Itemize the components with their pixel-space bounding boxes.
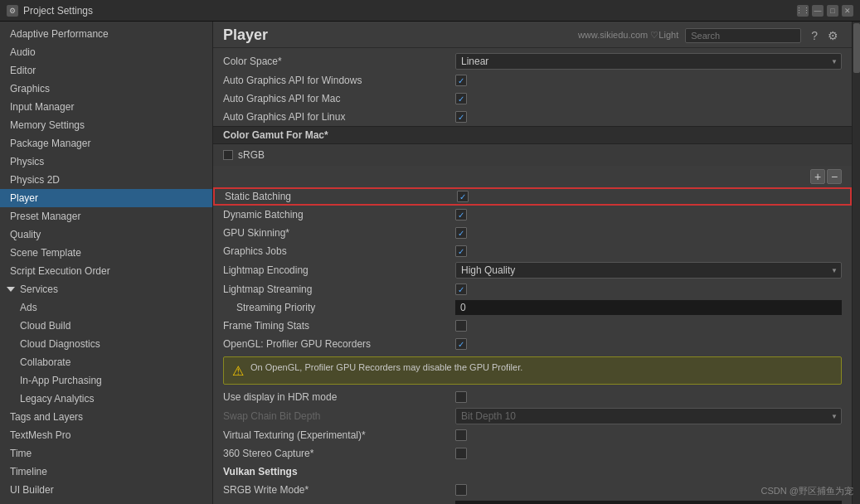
- lightmap-streaming-checkbox[interactable]: [455, 284, 467, 295]
- lightmap-encoding-value[interactable]: High Quality: [455, 262, 842, 279]
- remove-button[interactable]: −: [827, 169, 842, 184]
- close-button[interactable]: ✕: [842, 5, 853, 17]
- opengl-profiler-checkbox[interactable]: [455, 338, 467, 350]
- sidebar-item-legacy-analytics[interactable]: Legacy Analytics: [0, 390, 212, 408]
- warning-box: ⚠ On OpenGL, Profiler GPU Recorders may …: [223, 356, 842, 385]
- sidebar-item-memory-settings[interactable]: Memory Settings: [0, 116, 212, 134]
- lightmap-streaming-value: [455, 284, 842, 295]
- virtual-texturing-checkbox[interactable]: [455, 429, 467, 441]
- sidebar-item-ui-builder[interactable]: UI Builder: [0, 481, 212, 499]
- sidebar-item-textmesh-pro[interactable]: TextMesh Pro: [0, 426, 212, 444]
- csdn-watermark: CSDN @野区捕鱼为宠: [761, 485, 853, 497]
- srgb-label: sRGB: [223, 146, 842, 164]
- sidebar-item-timeline[interactable]: Timeline: [0, 463, 212, 481]
- color-gamut-header: Color Gamut For Mac*: [213, 126, 852, 144]
- dynamic-batching-checkbox[interactable]: [455, 209, 467, 220]
- sidebar-item-script-execution-order[interactable]: Script Execution Order: [0, 262, 212, 280]
- gpu-skinning-checkbox[interactable]: [455, 227, 467, 239]
- lightmap-encoding-label: Lightmap Encoding: [223, 264, 455, 276]
- virtual-texturing-row: Virtual Texturing (Experimental)*: [213, 426, 852, 444]
- streaming-priority-label: Streaming Priority: [223, 302, 455, 313]
- srgb-write-mode-checkbox[interactable]: [455, 484, 467, 496]
- sidebar-item-version-control[interactable]: Version Control: [0, 499, 212, 504]
- title-bar: ⚙ Project Settings ⋮⋮ — □ ✕: [0, 0, 860, 22]
- window-controls[interactable]: ⋮⋮ — □ ✕: [797, 5, 853, 17]
- help-button[interactable]: ?: [808, 27, 821, 44]
- static-batching-value: [457, 191, 840, 202]
- search-input[interactable]: [685, 28, 801, 43]
- sidebar-item-collaborate[interactable]: Collaborate: [0, 353, 212, 371]
- frame-timing-checkbox[interactable]: [455, 320, 467, 332]
- sidebar-item-cloud-build[interactable]: Cloud Build: [0, 317, 212, 335]
- graphics-jobs-label: Graphics Jobs: [223, 245, 455, 257]
- streaming-priority-text: 0: [460, 302, 466, 313]
- opengl-profiler-label: OpenGL: Profiler GPU Recorders: [223, 338, 455, 350]
- sidebar-item-input-manager[interactable]: Input Manager: [0, 98, 212, 116]
- srgb-indicator: [223, 150, 233, 160]
- frame-timing-value: [455, 320, 842, 332]
- sidebar-item-in-app-purchasing[interactable]: In-App Purchasing: [0, 371, 212, 390]
- static-batching-checkbox[interactable]: [457, 191, 469, 202]
- frame-timing-label: Frame Timing Stats: [223, 320, 455, 332]
- auto-graphics-windows-row: Auto Graphics API for Windows: [213, 71, 852, 90]
- stereo-capture-checkbox[interactable]: [455, 448, 467, 459]
- settings-button[interactable]: ⚙: [824, 27, 842, 44]
- add-button[interactable]: +: [810, 169, 825, 184]
- maximize-button[interactable]: □: [827, 5, 838, 17]
- hdr-mode-checkbox[interactable]: [455, 391, 467, 403]
- lightmap-encoding-dropdown[interactable]: High Quality: [455, 262, 842, 279]
- virtual-texturing-label: Virtual Texturing (Experimental)*: [223, 429, 455, 441]
- sidebar-item-cloud-diagnostics[interactable]: Cloud Diagnostics: [0, 335, 212, 353]
- graphics-jobs-checkbox[interactable]: [455, 245, 467, 257]
- sidebar-item-editor[interactable]: Editor: [0, 61, 212, 80]
- swap-chain-value[interactable]: Bit Depth 10: [455, 408, 842, 424]
- auto-graphics-linux-value: [455, 111, 842, 123]
- color-space-value[interactable]: Linear: [455, 53, 842, 70]
- minimize-button[interactable]: —: [812, 5, 824, 17]
- sidebar-item-graphics[interactable]: Graphics: [0, 80, 212, 98]
- hdr-mode-value: [455, 391, 842, 403]
- color-space-label: Color Space*: [223, 56, 455, 67]
- streaming-priority-value[interactable]: 0: [455, 300, 842, 315]
- stereo-capture-row: 360 Stereo Capture*: [213, 444, 852, 463]
- sidebar-item-audio[interactable]: Audio: [0, 43, 212, 61]
- static-batching-label: Static Batching: [225, 191, 457, 202]
- warning-text: On OpenGL, Profiler GPU Recorders may di…: [250, 362, 522, 372]
- color-space-dropdown[interactable]: Linear: [455, 53, 842, 70]
- sidebar-item-physics[interactable]: Physics: [0, 153, 212, 171]
- hdr-mode-label: Use display in HDR mode: [223, 391, 455, 403]
- sidebar-item-package-manager[interactable]: Package Manager: [0, 134, 212, 153]
- swapchain-buffers-value[interactable]: 3: [455, 501, 842, 504]
- sidebar-item-tags-and-layers[interactable]: Tags and Layers: [0, 408, 212, 426]
- dynamic-batching-row: Dynamic Batching: [213, 206, 852, 224]
- sidebar-item-ads[interactable]: Ads: [0, 298, 212, 317]
- hdr-mode-row: Use display in HDR mode: [213, 388, 852, 406]
- auto-graphics-windows-value: [455, 75, 842, 86]
- auto-graphics-windows-checkbox[interactable]: [455, 75, 467, 86]
- stereo-capture-value: [455, 448, 842, 459]
- sidebar-item-physics-2d[interactable]: Physics 2D: [0, 171, 212, 189]
- content-area: Player www.sikiedu.com ♡Light ? ⚙ Color …: [213, 22, 852, 504]
- watermark-text: www.sikiedu.com ♡Light: [578, 30, 678, 41]
- sidebar-item-adaptive-performance[interactable]: Adaptive Performance: [0, 25, 212, 43]
- scrollbar-thumb[interactable]: [853, 23, 860, 73]
- gpu-skinning-value: [455, 227, 842, 239]
- main-scrollbar[interactable]: [852, 22, 860, 504]
- window-menu-icon[interactable]: ⋮⋮: [797, 5, 809, 17]
- auto-graphics-windows-label: Auto Graphics API for Windows: [223, 75, 455, 86]
- stereo-capture-label: 360 Stereo Capture*: [223, 448, 455, 459]
- sidebar-item-quality[interactable]: Quality: [0, 225, 212, 244]
- auto-graphics-linux-label: Auto Graphics API for Linux: [223, 111, 455, 123]
- sidebar-item-scene-template[interactable]: Scene Template: [0, 244, 212, 262]
- settings-scroll[interactable]: Color Space* Linear Auto Graphics API fo…: [213, 48, 852, 504]
- sidebar-group-services[interactable]: Services: [0, 280, 212, 298]
- auto-graphics-mac-value: [455, 93, 842, 104]
- auto-graphics-mac-checkbox[interactable]: [455, 93, 467, 104]
- sidebar-item-preset-manager[interactable]: Preset Manager: [0, 207, 212, 225]
- sidebar-item-player[interactable]: Player: [0, 189, 212, 207]
- gpu-skinning-label: GPU Skinning*: [223, 227, 455, 239]
- swap-chain-dropdown[interactable]: Bit Depth 10: [455, 408, 842, 424]
- virtual-texturing-value: [455, 429, 842, 441]
- sidebar-item-time[interactable]: Time: [0, 444, 212, 463]
- auto-graphics-linux-checkbox[interactable]: [455, 111, 467, 123]
